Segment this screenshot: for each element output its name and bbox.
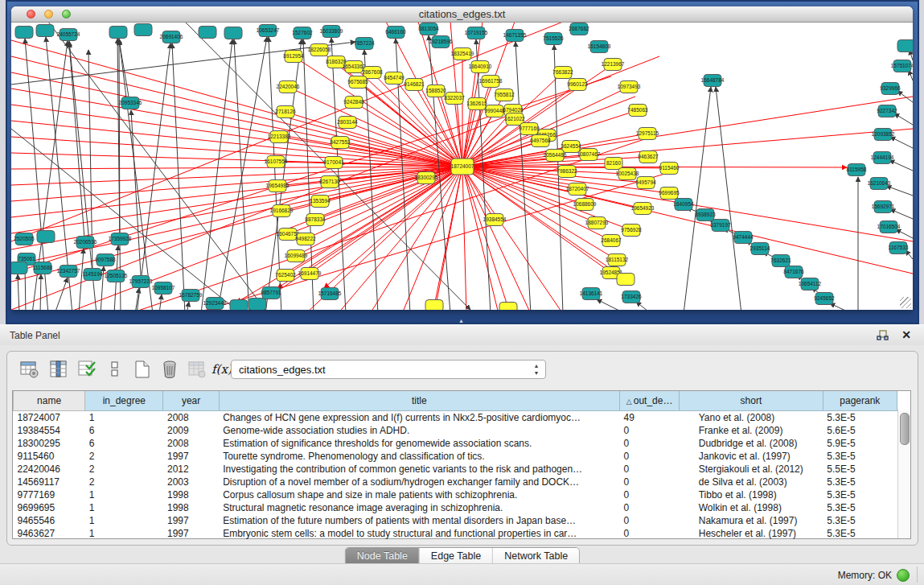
citation-graph[interactable]: 2405572420691406106532471527602160338097… (11, 23, 913, 310)
graph-node-teal[interactable] (224, 27, 242, 39)
table-cell: 9777169 (14, 488, 85, 501)
network-canvas[interactable]: 2405572420691406106532471527602160338097… (11, 23, 913, 310)
table-cell: 2012 (163, 463, 219, 476)
delete-icon[interactable] (158, 358, 181, 381)
table-cell: 5.3E-5 (823, 527, 897, 540)
graph-node-teal[interactable] (134, 24, 152, 36)
table-selector-dropdown[interactable]: citations_edges.txt ▲▼ (231, 360, 546, 379)
svg-text:12975115: 12975115 (636, 130, 659, 136)
table-cell: 0 (620, 463, 680, 476)
memory-ok-icon[interactable] (897, 569, 910, 582)
graph-node-yellow[interactable] (425, 300, 443, 311)
table-row[interactable]: 2242004622012Investigating the contribut… (14, 463, 897, 476)
svg-text:8427552: 8427552 (330, 139, 351, 145)
table-cell: Estimation of significance thresholds fo… (219, 437, 619, 450)
svg-text:24055724: 24055724 (57, 31, 80, 37)
svg-text:9675685: 9675685 (347, 79, 368, 84)
graph-node-yellow[interactable] (499, 303, 517, 311)
svg-text:2867608: 2867608 (362, 69, 383, 75)
graph-node-teal[interactable] (109, 27, 127, 39)
svg-text:9756928: 9756928 (621, 227, 642, 233)
svg-text:16914479: 16914479 (298, 270, 322, 276)
svg-text:20691406: 20691406 (160, 34, 183, 39)
network-desktop: 2405572420691406106532471527602160338097… (0, 0, 924, 324)
table-cell: Franke et al. (2009) (680, 424, 823, 437)
svg-text:22420046: 22420046 (277, 84, 300, 89)
column-header-title[interactable]: title (219, 391, 619, 411)
table-cell: 5.3E-5 (823, 501, 897, 514)
table-row[interactable]: 1456911722003Disruption of a novel membe… (14, 476, 897, 488)
function-builder-icon[interactable]: f(x) (210, 358, 232, 381)
column-header-pagerank[interactable]: pagerank (823, 391, 897, 411)
table-row[interactable]: 946554611997Estimation of the future num… (14, 514, 897, 527)
svg-text:16033809: 16033809 (320, 28, 343, 34)
table-cell: 0 (620, 476, 680, 488)
close-panel-icon[interactable]: ✕ (901, 328, 911, 341)
table-row[interactable]: 977716911998Corpus callosum shape and si… (14, 488, 897, 501)
graph-node-teal[interactable] (897, 40, 913, 52)
table-cell: 5.6E-5 (823, 424, 897, 437)
svg-text:12444194: 12444194 (871, 154, 894, 160)
table-row[interactable]: 1872400712008Changes of HCN gene express… (14, 411, 897, 425)
graph-node-teal[interactable] (199, 27, 216, 39)
table-cell: 5.5E-5 (823, 463, 897, 476)
column-header-name[interactable]: name (14, 391, 85, 411)
svg-text:6497568: 6497568 (530, 138, 551, 143)
table-cell: 19384554 (14, 424, 85, 437)
import-table-icon[interactable] (186, 358, 208, 381)
svg-text:9498222: 9498222 (295, 236, 316, 241)
row-height-icon[interactable] (104, 358, 126, 381)
network-window[interactable]: 2405572420691406106532471527602160338097… (11, 6, 913, 310)
table-row[interactable]: 1938455462009Genome-wide association stu… (14, 424, 897, 437)
dropdown-stepper-icon: ▲▼ (531, 362, 542, 377)
graph-node-teal[interactable] (230, 300, 248, 311)
scrollbar-thumb[interactable] (900, 413, 910, 445)
new-file-icon[interactable] (131, 358, 154, 381)
table-column-icon[interactable] (47, 358, 70, 381)
svg-text:6466160: 6466160 (385, 29, 406, 35)
table-cell: 0 (620, 527, 680, 540)
table-cell: 9463627 (14, 527, 85, 540)
float-window-icon[interactable] (877, 330, 889, 341)
memory-status-label: Memory: OK (838, 570, 892, 581)
column-header-short[interactable]: short (680, 391, 823, 411)
table-cell: Structural magnetic resonance image aver… (219, 501, 619, 514)
svg-text:18226058: 18226058 (308, 47, 331, 52)
graph-node-yellow[interactable] (617, 274, 634, 286)
table-row[interactable]: 969969511998Structural magnetic resonanc… (14, 501, 897, 514)
table-select-icon[interactable] (76, 358, 99, 381)
column-header-year[interactable]: year (163, 391, 219, 411)
svg-text:82160: 82160 (606, 160, 621, 166)
table-row[interactable]: 911546021997Tourette syndrome. Phenomeno… (14, 450, 897, 463)
table-row[interactable]: 1830029562008Estimation of significance … (14, 437, 897, 450)
graph-node-teal[interactable] (15, 27, 33, 39)
splitter-handle[interactable]: ▲ (458, 319, 465, 323)
table-scrollbar[interactable] (897, 410, 910, 538)
svg-text:9170041: 9170041 (323, 159, 344, 165)
svg-text:20564486: 20564486 (544, 152, 567, 158)
table-cell: 6 (85, 424, 163, 437)
svg-text:1733426: 1733426 (621, 294, 642, 299)
graph-node-teal[interactable] (248, 299, 266, 311)
table-cell: 9699695 (14, 501, 85, 514)
svg-text:2684067: 2684067 (601, 237, 622, 243)
graph-node-teal[interactable] (11, 262, 27, 274)
column-header-in_degree[interactable]: in_degree (85, 391, 163, 411)
column-header-out_de[interactable]: △out_de… (620, 391, 680, 411)
table-cell: Dudbridge et al. (2008) (680, 437, 823, 450)
window-titlebar[interactable]: citations_edges.txt (11, 6, 913, 23)
svg-text:15716485: 15716485 (318, 290, 342, 296)
window-resize-grip[interactable] (900, 297, 911, 308)
svg-text:9960123: 9960123 (567, 81, 588, 87)
table-settings-icon[interactable] (18, 358, 41, 381)
status-divider (917, 566, 918, 583)
graph-node-teal[interactable] (37, 231, 55, 243)
node-table[interactable]: namein_degreeyeartitle△out_de…shortpager… (12, 390, 911, 539)
svg-text:18115132: 18115132 (606, 257, 629, 262)
table-row[interactable]: 946362711997Embryonic stem cells: a mode… (14, 527, 897, 540)
svg-text:16099489: 16099489 (285, 253, 308, 258)
svg-text:7955812: 7955812 (494, 92, 515, 97)
graph-node-teal[interactable] (36, 25, 54, 37)
table-cell: 5.3E-5 (823, 514, 897, 527)
table-cell: 0 (620, 450, 680, 463)
